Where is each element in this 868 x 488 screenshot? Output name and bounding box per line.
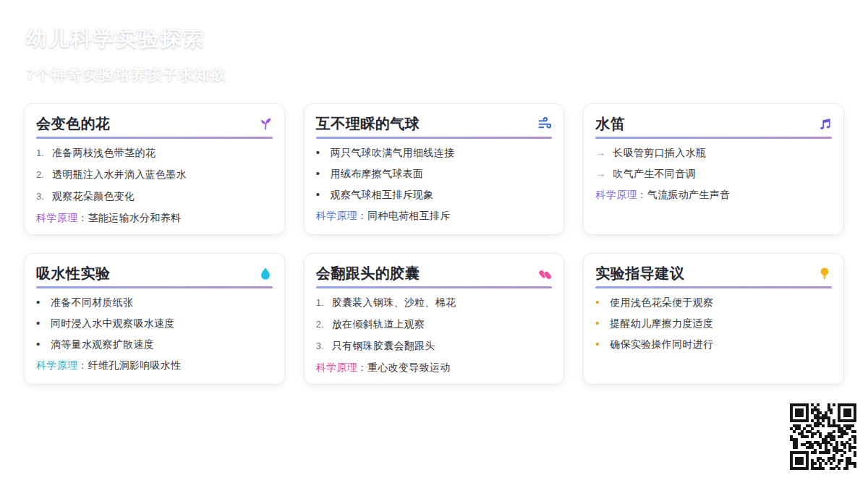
- page-subtitle: 7个神奇实验培养孩子求知欲: [26, 64, 226, 85]
- number-marker: 3.: [36, 191, 46, 202]
- bullet-marker: •: [316, 147, 323, 158]
- page-header: 幼儿科学实验探索 7个神奇实验培养孩子求知欲: [26, 25, 226, 85]
- list-item-text: 胶囊装入钢珠、沙粒、棉花: [332, 296, 456, 308]
- sprout-icon: [258, 116, 273, 131]
- music-note-icon: [817, 116, 832, 131]
- principle-line: 科学原理：纤维孔洞影响吸水性: [36, 359, 273, 372]
- card-title: 会翻跟头的胶囊: [316, 264, 420, 283]
- lightbulb-icon: [817, 266, 832, 281]
- droplet-icon: [258, 266, 273, 281]
- list-item: •确保实验操作同时进行: [595, 338, 832, 350]
- card-list: •准备不同材质纸张•同时浸入水中观察吸水速度•滴等量水观察扩散速度: [36, 296, 273, 350]
- number-marker: 2.: [316, 319, 326, 330]
- card-absorption-experiment: 吸水性实验 •准备不同材质纸张•同时浸入水中观察吸水速度•滴等量水观察扩散速度 …: [24, 253, 285, 385]
- bullet-marker: •: [595, 338, 603, 350]
- card-divider: [595, 286, 832, 288]
- list-item-text: 吹气产生不同音调: [613, 168, 695, 179]
- bullet-marker: •: [36, 338, 43, 350]
- list-item: •准备不同材质纸张: [36, 296, 273, 308]
- card-divider: [36, 286, 273, 288]
- principle-line: 科学原理：重心改变导致运动: [316, 361, 553, 374]
- number-marker: 2.: [36, 169, 46, 181]
- slide-page: 幼儿科学实验探索 7个神奇实验培养孩子求知欲 会变色的花 1.准备两枝浅色带茎的…: [0, 0, 868, 488]
- card-list: •两只气球吹满气用细线连接•用绒布摩擦气球表面•观察气球相互排斥现象: [316, 147, 553, 200]
- number-marker: 3.: [316, 341, 326, 352]
- list-item: 3.只有钢珠胶囊会翻跟头: [316, 340, 553, 352]
- principle-separator: ：: [77, 359, 88, 371]
- principle-separator: ：: [357, 210, 367, 221]
- arrow-marker: →: [595, 168, 607, 179]
- card-divider: [595, 137, 832, 139]
- card-guidance-tips: 实验指导建议 •使用浅色花朵便于观察•提醒幼儿摩擦力度适度•确保实验操作同时进行: [583, 253, 844, 385]
- card-header: 水笛: [595, 114, 832, 133]
- card-color-changing-flower: 会变色的花 1.准备两枝浅色带茎的花2.透明瓶注入水并滴入蓝色墨水3.观察花朵颜…: [24, 103, 285, 235]
- list-item: •两只气球吹满气用细线连接: [316, 147, 553, 158]
- list-item-text: 只有钢珠胶囊会翻跟头: [332, 340, 435, 351]
- card-header: 会变色的花: [36, 114, 273, 133]
- card-title: 吸水性实验: [36, 264, 111, 283]
- principle-text: 气流振动产生声音: [647, 189, 730, 200]
- list-item-text: 观察气球相互排斥现象: [331, 189, 434, 200]
- principle-label: 科学原理: [316, 210, 357, 221]
- principle-text: 纤维孔洞影响吸水性: [88, 359, 182, 371]
- card-list: •使用浅色花朵便于观察•提醒幼儿摩擦力度适度•确保实验操作同时进行: [595, 296, 832, 350]
- card-ignoring-balloons: 互不理睬的气球 •两只气球吹满气用细线连接•用绒布摩擦气球表面•观察气球相互排斥…: [304, 103, 565, 235]
- list-item-text: 长吸管剪口插入水瓶: [613, 147, 706, 158]
- list-item: →吹气产生不同音调: [595, 168, 832, 179]
- number-marker: 1.: [36, 147, 46, 159]
- arrow-marker: →: [595, 147, 607, 158]
- list-item: •提醒幼儿摩擦力度适度: [595, 317, 832, 329]
- card-title: 水笛: [595, 114, 625, 134]
- qr-code: [790, 403, 856, 470]
- card-header: 实验指导建议: [595, 264, 832, 283]
- card-list: 1.准备两枝浅色带茎的花2.透明瓶注入水并滴入蓝色墨水3.观察花朵颜色变化: [36, 147, 273, 202]
- list-item-text: 同时浸入水中观察吸水速度: [51, 317, 175, 329]
- principle-line: 科学原理：茎能运输水分和养料: [36, 212, 273, 224]
- bullet-marker: •: [36, 296, 43, 308]
- list-item: •使用浅色花朵便于观察: [595, 296, 832, 308]
- list-item: 1.准备两枝浅色带茎的花: [36, 147, 273, 159]
- principle-text: 同种电荷相互排斥: [367, 210, 450, 221]
- card-title: 互不理睬的气球: [316, 114, 420, 134]
- wind-icon: [537, 116, 552, 131]
- list-item: 2.透明瓶注入水并滴入蓝色墨水: [36, 168, 273, 181]
- bullet-marker: •: [595, 296, 603, 308]
- card-somersault-capsule: 会翻跟头的胶囊 1.胶囊装入钢珠、沙粒、棉花2.放在倾斜轨道上观察3.只有钢珠胶…: [304, 253, 565, 385]
- capsules-icon: [537, 266, 552, 281]
- card-header: 互不理睬的气球: [316, 114, 553, 133]
- list-item: •同时浸入水中观察吸水速度: [36, 317, 273, 329]
- list-item-text: 滴等量水观察扩散速度: [51, 338, 154, 350]
- list-item: •用绒布摩擦气球表面: [316, 168, 553, 179]
- principle-text: 重心改变导致运动: [367, 361, 450, 373]
- principle-label: 科学原理: [316, 361, 357, 373]
- principle-separator: ：: [357, 361, 367, 373]
- card-header: 吸水性实验: [36, 264, 273, 283]
- card-divider: [316, 137, 553, 139]
- bullet-marker: •: [316, 189, 323, 200]
- list-item-text: 准备不同材质纸张: [51, 296, 133, 308]
- principle-label: 科学原理: [36, 212, 77, 223]
- cards-grid: 会变色的花 1.准备两枝浅色带茎的花2.透明瓶注入水并滴入蓝色墨水3.观察花朵颜…: [24, 103, 844, 385]
- principle-separator: ：: [77, 212, 88, 223]
- bullet-marker: •: [595, 317, 603, 329]
- card-list: →长吸管剪口插入水瓶→吹气产生不同音调: [595, 147, 832, 179]
- card-divider: [316, 286, 553, 288]
- principle-label: 科学原理: [36, 359, 77, 371]
- card-divider: [36, 137, 273, 139]
- list-item: •滴等量水观察扩散速度: [36, 338, 273, 350]
- card-title: 会变色的花: [36, 114, 111, 134]
- list-item: 2.放在倾斜轨道上观察: [316, 318, 553, 330]
- page-title: 幼儿科学实验探索: [26, 25, 226, 53]
- number-marker: 1.: [316, 297, 326, 309]
- card-title: 实验指导建议: [595, 264, 684, 283]
- list-item: →长吸管剪口插入水瓶: [595, 147, 832, 158]
- list-item-text: 用绒布摩擦气球表面: [331, 168, 424, 179]
- list-item: •观察气球相互排斥现象: [316, 189, 553, 200]
- bullet-marker: •: [316, 168, 323, 179]
- list-item-text: 透明瓶注入水并滴入蓝色墨水: [52, 168, 187, 180]
- principle-line: 科学原理：同种电荷相互排斥: [316, 210, 553, 222]
- principle-line: 科学原理：气流振动产生声音: [595, 189, 832, 201]
- list-item-text: 准备两枝浅色带茎的花: [52, 147, 156, 158]
- list-item-text: 观察花朵颜色变化: [52, 190, 135, 202]
- principle-text: 茎能运输水分和养料: [88, 212, 182, 223]
